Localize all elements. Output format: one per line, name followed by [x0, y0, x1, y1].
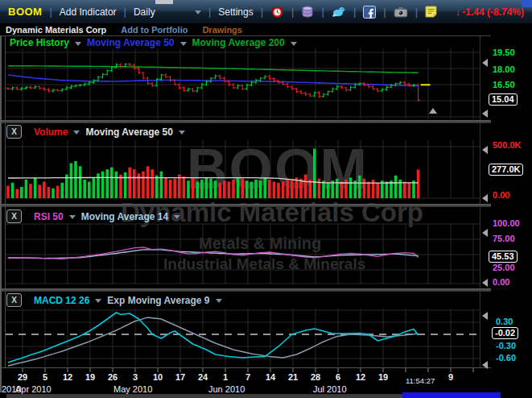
x-axis-tick-label: 19	[378, 372, 388, 382]
rsi-dropdown[interactable]: RSI 50	[34, 211, 64, 222]
chevron-down-icon[interactable]	[216, 299, 222, 303]
panel-divider[interactable]	[2, 120, 491, 123]
bottom-scrollbar-track[interactable]	[6, 394, 402, 398]
panel-divider[interactable]	[2, 288, 491, 292]
stock-chart-application: BOOM | Add Indicator | Daily | Settings …	[0, 0, 532, 398]
rsi-axis-label: 0.00	[493, 277, 509, 287]
chevron-down-icon[interactable]	[73, 131, 80, 135]
close-rsi-panel-button[interactable]: X	[6, 209, 22, 223]
x-axis-month-label: May 2010	[113, 384, 152, 394]
x-axis-tick-label: 26	[108, 372, 118, 382]
rsi-axis-label: 25.00	[493, 263, 515, 272]
volume-ma-line	[8, 177, 419, 183]
rsi-lines	[8, 247, 419, 259]
x-axis-tick-label: 10	[153, 372, 163, 382]
price-axis-label: 18.00	[493, 64, 515, 74]
x-axis-tick-label: 6	[336, 372, 340, 382]
price-history-dropdown[interactable]: Price History	[10, 37, 69, 48]
volume-bars	[6, 149, 419, 198]
x-axis-tick-label: 1	[223, 372, 228, 382]
x-axis-month-label: Jul 2010	[313, 384, 347, 394]
macd-axis-label: -0.60	[496, 353, 516, 363]
chevron-down-icon[interactable]	[179, 131, 185, 135]
volume-last-value-box: 277.0K	[489, 164, 523, 176]
scale-arrow-left-icon[interactable]	[482, 361, 488, 369]
scale-arrow-left-icon[interactable]	[482, 194, 488, 202]
chevron-down-icon[interactable]	[174, 215, 180, 219]
x-axis-tick-label: 19	[85, 372, 95, 382]
x-axis-month-label: Jun 2010	[208, 384, 245, 394]
chevron-down-icon[interactable]	[291, 42, 297, 46]
scale-arrow-left-icon[interactable]	[482, 279, 488, 287]
x-axis-tick-label: 7	[245, 372, 250, 382]
volume-panel-header: X Volume Moving Average 50	[6, 125, 185, 139]
price-panel-header: Price History Moving Average 50 Moving A…	[10, 37, 297, 48]
x-axis-tick-label: 5	[43, 372, 47, 382]
scale-arrow-left-icon[interactable]	[482, 110, 488, 118]
last-update-time: 11:54:27	[406, 376, 435, 385]
x-axis-tick-label: 21	[288, 372, 298, 382]
rsi-last-value-box: 45.53	[489, 251, 518, 263]
price-axis-label: 16.50	[493, 80, 515, 89]
x-axis-tick-label: 29	[18, 372, 27, 382]
scroll-up-icon[interactable]	[429, 108, 437, 114]
x-axis-tick-label: 9	[448, 372, 453, 382]
scale-arrow-left-icon[interactable]	[482, 146, 488, 154]
price-axis-label: 19.50	[493, 48, 515, 57]
chevron-down-icon[interactable]	[180, 42, 187, 46]
background-window-fragment	[155, 0, 173, 4]
scale-arrow-left-icon[interactable]	[482, 59, 488, 67]
scale-arrow-left-icon[interactable]	[482, 312, 488, 320]
x-axis-tick-label: 24	[198, 372, 208, 382]
macd-dropdown[interactable]: MACD 12 26	[34, 295, 89, 306]
x-axis-tick-label: 14	[266, 372, 275, 382]
x-axis-tick-label: 12	[63, 372, 72, 382]
volume-axis-label: 0.00	[493, 190, 509, 200]
rsi-axis-label: 75.00	[493, 234, 515, 243]
volume-dropdown[interactable]: Volume	[34, 126, 68, 138]
volume-ma-dropdown[interactable]: Moving Average 50	[85, 126, 172, 138]
volume-axis-label: 500.0K	[493, 140, 521, 150]
x-axis-tick-label: 28	[311, 372, 320, 382]
macd-panel-header: X MACD 12 26 Exp Moving Average 9	[6, 293, 222, 307]
macd-last-value-box: -0.02	[492, 327, 518, 339]
macd-axis-label: -0.30	[496, 341, 516, 350]
panel-divider[interactable]	[2, 204, 491, 207]
bottom-scrollbar-thumb[interactable]	[402, 392, 501, 398]
rsi-axis-label: 100.00	[493, 218, 520, 228]
close-macd-panel-button[interactable]: X	[6, 293, 22, 307]
ma50-dropdown[interactable]: Moving Average 50	[87, 37, 174, 48]
background-window-fragment	[522, 0, 532, 7]
rsi-ma-dropdown[interactable]: Moving Average 14	[81, 211, 168, 222]
window-left-border	[0, 35, 2, 392]
macd-ma-dropdown[interactable]: Exp Moving Average 9	[107, 295, 209, 306]
macd-axis-label: 0.30	[496, 317, 513, 326]
x-axis-tick-label: 17	[175, 372, 185, 382]
gridlines	[6, 48, 480, 367]
chevron-down-icon[interactable]	[95, 299, 101, 303]
rsi-panel-header: X RSI 50 Moving Average 14	[6, 209, 180, 223]
scale-arrow-left-icon[interactable]	[482, 229, 488, 237]
x-axis-tick-label: 12	[356, 372, 365, 382]
x-axis-tick-label: 3	[133, 372, 138, 382]
ma200-dropdown[interactable]: Moving Average 200	[192, 37, 285, 48]
macd-lines	[8, 313, 419, 366]
close-volume-panel-button[interactable]: X	[6, 125, 22, 139]
price-last-value-box: 15.04	[489, 93, 518, 106]
chart-canvas[interactable]	[0, 0, 532, 398]
chevron-down-icon[interactable]	[75, 42, 81, 46]
chevron-down-icon[interactable]	[69, 215, 76, 219]
x-axis-month-label: Apr 2010	[15, 384, 52, 394]
